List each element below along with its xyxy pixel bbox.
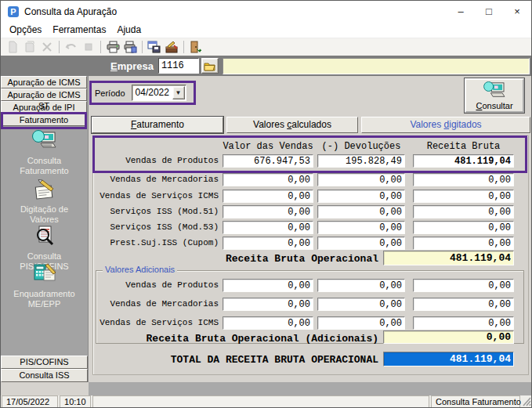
receita-bruta-field[interactable] bbox=[413, 154, 514, 168]
sidebar-item-apuracao-icms[interactable]: Apuração de ICMS bbox=[1, 76, 87, 88]
sidebar-item-apuracao-ipi[interactable]: Apuração de IPI bbox=[1, 101, 87, 114]
column-header-devolucoes: (-) Devoluções bbox=[317, 141, 405, 152]
receita-bruta-field[interactable] bbox=[413, 221, 514, 234]
devolucoes-field[interactable] bbox=[317, 205, 405, 218]
receita-bruta-operacional-field[interactable] bbox=[383, 251, 514, 265]
notepad-pencil-icon bbox=[32, 179, 57, 201]
receita-bruta-field[interactable] bbox=[413, 279, 514, 292]
toolbar-separator bbox=[100, 41, 101, 53]
menu-ferramentas[interactable]: Ferramentas bbox=[47, 23, 111, 37]
consultar-button[interactable]: Consultar bbox=[465, 78, 524, 113]
exit-icon[interactable] bbox=[187, 39, 204, 55]
shortcut-label: Valores bbox=[1, 215, 88, 225]
undo-icon bbox=[63, 39, 80, 55]
receita-bruta-field[interactable] bbox=[413, 298, 514, 311]
sidebar-item-apuracao-icms-st[interactable]: Apuração de ICMS ST bbox=[1, 88, 87, 101]
shortcut-label: Digitação de bbox=[1, 204, 88, 215]
tab-valores-calculados[interactable]: Valores calculados bbox=[226, 117, 358, 133]
menu-ajuda[interactable]: Ajuda bbox=[111, 23, 147, 37]
app-logo-icon: P bbox=[7, 5, 20, 18]
receita-bruta-field[interactable] bbox=[413, 316, 514, 330]
print-icon[interactable] bbox=[104, 39, 121, 55]
sidebar-bottom: PIS/COFINS Consulta ISS bbox=[1, 356, 88, 382]
sidebar-shortcut-enquadramento-me-epp[interactable]: Enquadramento ME/EPP bbox=[1, 262, 88, 309]
devolucoes-field[interactable] bbox=[317, 154, 405, 168]
sidebar: Apuração de ICMS Apuração de ICMS ST Apu… bbox=[1, 76, 89, 382]
devolucoes-field[interactable] bbox=[317, 298, 405, 311]
status-strip bbox=[1, 382, 89, 395]
export-save-icon[interactable] bbox=[146, 39, 163, 55]
title-bar: P Consulta da Apuração – □ × bbox=[1, 1, 531, 22]
row-label: Vendas de Mercadorias bbox=[89, 173, 219, 186]
open-folder-icon bbox=[204, 61, 215, 71]
devolucoes-field[interactable] bbox=[317, 173, 405, 186]
sidebar-item-consulta-iss[interactable]: Consulta ISS bbox=[1, 369, 88, 382]
column-header-valor-vendas: Valor das Vendas bbox=[223, 141, 313, 152]
resize-grip[interactable] bbox=[522, 395, 531, 408]
adicionais-subtotal-label: Receita Bruta Operacional (Adicionais) bbox=[89, 333, 378, 345]
receita-bruta-field[interactable] bbox=[413, 173, 514, 186]
main-content: Período 04/2022 ▼ Consultar Faturamento … bbox=[89, 76, 532, 382]
print-values-icon[interactable] bbox=[121, 39, 139, 55]
devolucoes-field[interactable] bbox=[317, 279, 405, 292]
toolbar-separator bbox=[142, 41, 143, 53]
shortcut-label: Consulta bbox=[1, 251, 88, 262]
document-search-icon bbox=[32, 225, 57, 248]
column-header-receita-bruta: Receita Bruta bbox=[413, 141, 514, 152]
valor-vendas-field[interactable] bbox=[223, 236, 313, 250]
row-label: Vendas de Produtos bbox=[89, 154, 219, 168]
status-context: Consulta Faturamento bbox=[431, 395, 520, 408]
svg-text:P: P bbox=[10, 7, 16, 16]
app-window: P Consulta da Apuração – □ × Opções Ferr… bbox=[0, 0, 532, 408]
sidebar-item-faturamento[interactable]: Faturamento bbox=[1, 114, 87, 126]
devolucoes-field[interactable] bbox=[317, 316, 405, 330]
minimize-icon[interactable]: – bbox=[447, 1, 475, 22]
valor-vendas-field[interactable] bbox=[223, 221, 313, 234]
row-label: Serviços ISS (Mod.51) bbox=[89, 205, 219, 218]
tab-faturamento[interactable]: Faturamento bbox=[92, 117, 223, 133]
edit-document-icon bbox=[21, 39, 38, 55]
row-label: Serviços ISS (Mod.53) bbox=[89, 221, 219, 234]
tools-icon[interactable] bbox=[163, 39, 180, 55]
sidebar-shortcut-consulta-faturamento[interactable]: Consulta Faturamento bbox=[1, 129, 88, 176]
devolucoes-field[interactable] bbox=[317, 236, 405, 250]
periodo-dropdown[interactable]: 04/2022 ▼ bbox=[132, 85, 186, 101]
chevron-down-icon[interactable]: ▼ bbox=[172, 86, 185, 99]
empresa-label: Empresa bbox=[110, 60, 154, 72]
computer-search-icon bbox=[482, 81, 507, 100]
row-label: Vendas de Produtos bbox=[89, 279, 219, 292]
valor-vendas-field[interactable] bbox=[223, 205, 313, 218]
sidebar-item-pis-cofins[interactable]: PIS/COFINS bbox=[1, 356, 88, 369]
receita-bruta-field[interactable] bbox=[413, 205, 514, 218]
menu-opcoes[interactable]: Opções bbox=[4, 23, 47, 37]
periodo-label: Período bbox=[95, 88, 125, 98]
valor-vendas-field[interactable] bbox=[223, 173, 313, 186]
sidebar-shortcut-digitacao-valores[interactable]: Digitação de Valores bbox=[1, 179, 88, 225]
total-receita-bruta-field[interactable] bbox=[383, 352, 514, 366]
close-icon[interactable]: × bbox=[503, 1, 531, 22]
tab-valores-digitados[interactable]: Valores digitados bbox=[361, 117, 530, 133]
calculator-pencil-icon bbox=[32, 262, 57, 286]
devolucoes-field[interactable] bbox=[317, 190, 405, 203]
valor-vendas-field[interactable] bbox=[223, 316, 313, 330]
valor-vendas-field[interactable] bbox=[223, 190, 313, 203]
shortcut-label: Enquadramento bbox=[1, 289, 88, 299]
maximize-icon[interactable]: □ bbox=[475, 1, 503, 22]
row-label: Vendas de Serviços ICMS bbox=[89, 316, 219, 330]
empresa-code-input[interactable] bbox=[158, 58, 199, 74]
subtotal-label: Receita Bruta Operacional bbox=[89, 253, 378, 265]
receita-bruta-field[interactable] bbox=[413, 190, 514, 203]
window-title: Consulta da Apuração bbox=[24, 6, 117, 17]
stop-icon bbox=[80, 39, 97, 55]
toolbar-separator bbox=[59, 41, 60, 53]
receita-bruta-adicionais-field[interactable] bbox=[383, 330, 514, 344]
row-label: Vendas de Mercadorias bbox=[89, 298, 219, 311]
devolucoes-field[interactable] bbox=[317, 221, 405, 234]
valor-vendas-field[interactable] bbox=[223, 154, 313, 168]
receita-bruta-field[interactable] bbox=[413, 236, 514, 250]
valor-vendas-field[interactable] bbox=[223, 298, 313, 311]
status-date: 17/05/2022 bbox=[2, 395, 58, 408]
valor-vendas-field[interactable] bbox=[223, 279, 313, 292]
empresa-browse-button[interactable] bbox=[201, 58, 219, 74]
status-strip bbox=[89, 382, 532, 395]
